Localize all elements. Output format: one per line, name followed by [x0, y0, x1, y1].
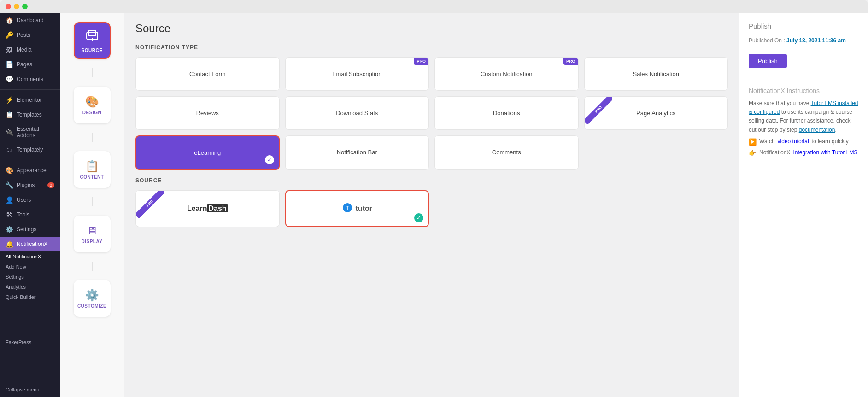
video-tutorial-item: ▶️ Watch video tutorial to learn quickly	[749, 138, 859, 146]
step-display-label: DISPLAY	[82, 239, 103, 244]
sidebar-item-media[interactable]: 🖼 Media	[0, 42, 60, 57]
instructions-body: Make sure that you have Tutor LMS instal…	[749, 99, 859, 134]
notif-card-reviews[interactable]: Reviews	[135, 96, 280, 130]
step-content[interactable]: 📋 CONTENT	[74, 151, 111, 188]
video-icon: ▶️	[749, 138, 757, 146]
sidebar-item-tools[interactable]: 🛠 Tools	[0, 207, 60, 222]
right-panel: Publish Published On : July 13, 2021 11:…	[739, 13, 868, 397]
sidebar-sub-add-new[interactable]: Add New	[0, 262, 60, 272]
step-connector-2	[92, 133, 93, 142]
published-on-label: Published On : July 13, 2021 11:36 am	[749, 37, 859, 44]
source-card-learndash[interactable]: PRO LearnDash	[135, 190, 280, 227]
source-card-tutor[interactable]: T tutor ✓	[285, 190, 429, 227]
plugins-badge: 2	[47, 182, 54, 188]
sidebar-item-dashboard[interactable]: 🏠 Dashboard	[0, 13, 60, 28]
notification-type-title: NOTIFICATION TYPE	[135, 44, 728, 51]
step-content-box[interactable]: 📋 CONTENT	[74, 151, 111, 188]
sidebar-label-elementor: Elementor	[17, 97, 42, 103]
sidebar-item-templates[interactable]: 📋 Templates	[0, 107, 60, 122]
svg-rect-1	[88, 30, 96, 36]
source-section: SOURCE PRO LearnDash	[135, 177, 728, 227]
notif-card-download-stats[interactable]: Download Stats	[285, 96, 429, 130]
integration-icon: 👉	[749, 149, 757, 157]
sidebar-item-appearance[interactable]: 🎨 Appearance	[0, 163, 60, 178]
sidebar-label-settings: Settings	[17, 226, 36, 233]
settings-icon: ⚙️	[6, 226, 13, 233]
sidebar-item-plugins[interactable]: 🔧 Plugins 2	[0, 178, 60, 193]
sales-notification-label: Sales Notification	[633, 70, 679, 77]
content-step-icon: 📋	[85, 160, 99, 173]
step-display[interactable]: 🖥 DISPLAY	[74, 216, 111, 252]
close-button[interactable]	[6, 4, 11, 9]
notification-type-section: NOTIFICATION TYPE Contact Form PRO Email…	[135, 44, 728, 170]
notif-card-elearning[interactable]: eLearning ✓	[135, 135, 280, 170]
notif-card-custom-notification[interactable]: PRO Custom Notification	[434, 57, 579, 91]
step-customize-box[interactable]: ⚙️ CUSTOMIZE	[74, 280, 111, 317]
donations-label: Donations	[493, 110, 520, 117]
sidebar-footer-fakerbress[interactable]: FakerPress	[0, 335, 60, 350]
notif-card-comments[interactable]: Comments	[434, 135, 579, 170]
step-design[interactable]: 🎨 DESIGN	[74, 87, 111, 123]
sidebar-label-essential-addons: Essential Addons	[17, 126, 54, 139]
step-source-label: SOURCE	[82, 48, 103, 53]
sidebar-sub-quick-builder[interactable]: Quick Builder	[0, 292, 60, 302]
plugins-icon: 🔧	[6, 181, 13, 189]
sidebar-item-comments[interactable]: 💬 Comments	[0, 72, 60, 87]
sidebar-item-notificationx[interactable]: 🔔 NotificationX	[0, 237, 60, 251]
sidebar-item-elementor[interactable]: ⚡ Elementor	[0, 93, 60, 107]
sidebar-sub-analytics[interactable]: Analytics	[0, 282, 60, 292]
publish-section-title: Publish	[749, 22, 859, 30]
notif-card-notification-bar[interactable]: Notification Bar	[285, 135, 429, 170]
instructions-title: NotificationX Instructions	[749, 87, 859, 94]
documentation-link[interactable]: documentation	[799, 127, 835, 133]
sidebar-label-dashboard: Dashboard	[17, 17, 44, 23]
video-tutorial-link[interactable]: video tutorial	[778, 138, 809, 145]
tutor-label: tutor	[356, 204, 372, 213]
sidebar-divider-2	[0, 160, 60, 160]
custom-notification-label: Custom Notification	[481, 70, 533, 77]
essential-addons-icon: 🔌	[6, 128, 13, 136]
page-title: Source	[135, 22, 728, 35]
learndash-dash-text: Dash	[207, 204, 228, 212]
sidebar-label-comments: Comments	[17, 76, 43, 82]
step-design-box[interactable]: 🎨 DESIGN	[74, 87, 111, 123]
sidebar-collapse[interactable]: Collapse menu	[0, 382, 60, 397]
sidebar-item-templately[interactable]: 🗂 Templately	[0, 142, 60, 157]
step-source[interactable]: SOURCE	[74, 22, 111, 59]
notif-card-email-subscription[interactable]: PRO Email Subscription	[285, 57, 429, 91]
maximize-button[interactable]	[22, 4, 28, 9]
sidebar-item-posts[interactable]: 🔑 Posts	[0, 28, 60, 42]
sidebar-item-users[interactable]: 👤 Users	[0, 193, 60, 207]
learndash-logo: LearnDash	[187, 204, 228, 213]
notif-card-donations[interactable]: Donations	[434, 96, 579, 130]
publish-button[interactable]: Publish	[749, 54, 787, 68]
sidebar-item-settings[interactable]: ⚙️ Settings	[0, 222, 60, 237]
steps-panel: SOURCE 🎨 DESIGN 📋 CONTENT 🖥	[60, 13, 124, 397]
step-content-label: CONTENT	[80, 175, 104, 180]
notif-card-page-analytics[interactable]: PRO Page Analytics	[584, 96, 728, 130]
posts-icon: 🔑	[6, 31, 13, 39]
sidebar-item-essential-addons[interactable]: 🔌 Essential Addons	[0, 122, 60, 142]
sidebar-label-posts: Posts	[17, 32, 30, 38]
sidebar-label-tools: Tools	[17, 211, 29, 218]
step-display-box[interactable]: 🖥 DISPLAY	[74, 216, 111, 252]
notif-card-contact-form[interactable]: Contact Form	[135, 57, 280, 91]
step-customize[interactable]: ⚙️ CUSTOMIZE	[74, 280, 111, 317]
sidebar-label-appearance: Appearance	[17, 167, 47, 174]
templates-icon: 📋	[6, 111, 13, 118]
notif-card-sales-notification[interactable]: Sales Notification	[584, 57, 728, 91]
window-chrome	[0, 0, 868, 13]
sidebar-label-pages: Pages	[17, 61, 32, 68]
page-analytics-label: Page Analytics	[636, 110, 675, 117]
reviews-label: Reviews	[196, 110, 219, 117]
published-on-text: Published On :	[749, 37, 785, 44]
sidebar-sub-all-notificationx[interactable]: All NotificationX	[0, 251, 60, 262]
download-stats-label: Download Stats	[336, 110, 378, 117]
sidebar-item-pages[interactable]: 📄 Pages	[0, 57, 60, 72]
step-source-box[interactable]: SOURCE	[74, 22, 111, 59]
comments-icon: 💬	[6, 76, 13, 83]
tools-icon: 🛠	[6, 211, 13, 218]
integration-link[interactable]: Integration with Tutor LMS	[793, 149, 857, 156]
sidebar-sub-settings[interactable]: Settings	[0, 272, 60, 282]
minimize-button[interactable]	[14, 4, 19, 9]
